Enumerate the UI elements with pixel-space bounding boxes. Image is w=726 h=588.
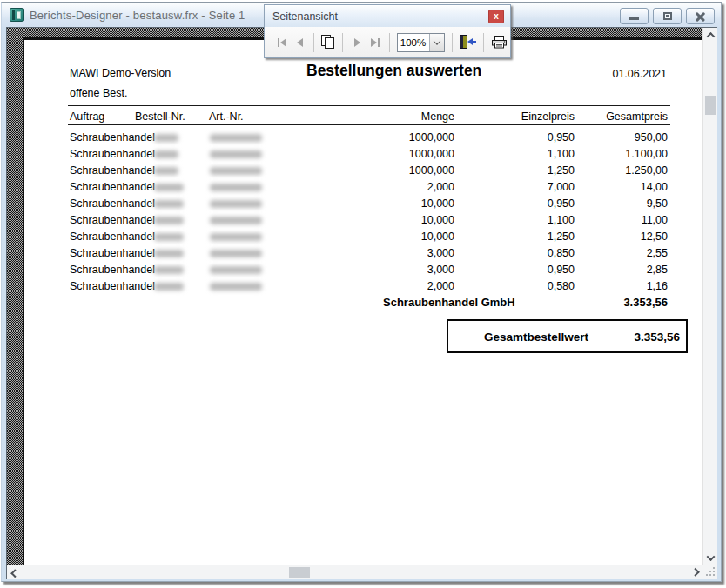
toolbar-separator <box>342 33 343 52</box>
restore-button[interactable] <box>653 8 682 24</box>
minimize-button[interactable] <box>620 8 649 24</box>
cell-einzelpreis: 1,100 <box>548 148 575 160</box>
cell-einzelpreis: 1,250 <box>548 164 575 177</box>
window-controls <box>620 8 715 24</box>
close-button[interactable] <box>686 8 715 24</box>
cell-bestell-nr-redacted <box>154 283 184 291</box>
scroll-up-button[interactable] <box>703 28 718 43</box>
horizontal-scroll-thumb[interactable] <box>289 567 310 578</box>
scroll-left-button[interactable] <box>7 565 22 580</box>
toolbar-separator <box>313 33 314 52</box>
cell-auftrag: Schraubenhandel <box>70 247 155 259</box>
table-row: Schraubenhandel1000,0001,1001.100,00 <box>70 146 669 163</box>
resize-grip[interactable] <box>702 565 717 579</box>
vertical-scrollbar[interactable] <box>702 28 717 565</box>
toolbar-titlebar[interactable]: Seitenansicht x <box>265 5 510 27</box>
grand-total-value: 3.353,56 <box>634 331 680 344</box>
close-preview-button[interactable] <box>457 32 478 53</box>
cell-bestell-nr-redacted <box>154 184 184 191</box>
chevron-left-icon <box>10 569 19 578</box>
cell-art-nr-redacted <box>210 217 262 224</box>
scroll-right-button[interactable] <box>689 565 703 580</box>
cell-bestell-nr-redacted <box>154 167 178 175</box>
main-window: Berichts-Designer - bestausw.frx - Seite… <box>1 2 722 582</box>
cell-einzelpreis: 0,950 <box>548 264 575 276</box>
grand-total-box: Gesamtbestellwert 3.353,56 <box>447 319 688 353</box>
go-to-page-button[interactable] <box>319 32 337 53</box>
group-total-label: Schraubenhandel GmbH <box>383 296 515 309</box>
cell-menge: 2,000 <box>427 181 454 193</box>
cell-gesamtpreis: 14,00 <box>641 181 668 193</box>
col-header-einzelpreis: Einzelpreis <box>521 110 575 123</box>
toolbar-buttons: 100% <box>265 27 510 57</box>
table-row: Schraubenhandel3,0000,9502,85 <box>70 262 669 278</box>
exit-door-icon <box>459 35 476 50</box>
cell-einzelpreis: 0,950 <box>548 131 575 144</box>
group-total-row: Schraubenhandel GmbH 3.353,56 <box>70 295 669 311</box>
cell-gesamtpreis: 11,00 <box>642 214 668 226</box>
window-title: Berichts-Designer - bestausw.frx - Seite… <box>30 9 245 22</box>
cell-gesamtpreis: 2,85 <box>647 264 668 276</box>
scroll-down-button[interactable] <box>703 551 718 565</box>
printer-icon <box>491 35 508 50</box>
cell-gesamtpreis: 9,50 <box>647 197 668 210</box>
toolbar-close-button[interactable]: x <box>488 10 504 23</box>
cell-art-nr-redacted <box>210 150 262 158</box>
pages-icon <box>321 35 336 50</box>
cell-menge: 3,000 <box>427 247 454 259</box>
grand-total-label: Gesamtbestellwert <box>484 331 588 344</box>
chevron-down-icon <box>707 552 716 561</box>
header-rule-bottom <box>68 124 670 125</box>
cell-auftrag: Schraubenhandel <box>70 280 155 292</box>
report-content: Bestellungen auswerten MAWI Demo-Version… <box>70 62 669 375</box>
restore-icon <box>663 12 672 20</box>
cell-auftrag: Schraubenhandel <box>70 131 155 144</box>
cell-art-nr-redacted <box>210 184 262 191</box>
chevron-up-icon <box>707 32 716 41</box>
cell-art-nr-redacted <box>210 266 262 274</box>
cell-menge: 1000,000 <box>409 148 454 160</box>
cell-menge: 10,000 <box>421 214 454 226</box>
cell-auftrag: Schraubenhandel <box>70 148 155 160</box>
report-title: Bestellungen auswerten <box>306 62 481 80</box>
cell-art-nr-redacted <box>210 233 262 241</box>
preview-client-area: Bestellungen auswerten MAWI Demo-Version… <box>6 27 717 579</box>
cell-auftrag: Schraubenhandel <box>70 181 155 193</box>
cell-bestell-nr-redacted <box>154 266 184 274</box>
cell-bestell-nr-redacted <box>154 200 184 208</box>
header-rule-top <box>68 105 670 106</box>
chevron-down-icon <box>433 37 440 44</box>
vertical-scroll-thumb[interactable] <box>705 96 716 115</box>
table-row: Schraubenhandel2,0000,5801,16 <box>70 278 669 295</box>
close-icon <box>695 11 706 21</box>
table-row: Schraubenhandel1000,0000,950950,00 <box>70 130 669 146</box>
cell-einzelpreis: 0,950 <box>548 197 575 210</box>
screen: Berichts-Designer - bestausw.frx - Seite… <box>0 0 726 588</box>
last-page-icon <box>371 38 377 47</box>
cell-menge: 2,000 <box>427 280 454 292</box>
cell-art-nr-redacted <box>210 167 262 175</box>
print-button[interactable] <box>489 32 510 53</box>
table-row: Schraubenhandel2,0007,00014,00 <box>70 179 669 196</box>
table-row: Schraubenhandel3,0000,8502,55 <box>70 245 669 262</box>
next-page-button[interactable] <box>348 32 366 53</box>
toolbar-title: Seitenansicht <box>272 10 338 23</box>
zoom-select[interactable]: 100% <box>397 33 445 52</box>
cell-einzelpreis: 1,100 <box>548 214 575 226</box>
first-page-button[interactable] <box>273 32 291 53</box>
last-page-button[interactable] <box>366 32 383 53</box>
zoom-dropdown-button[interactable] <box>429 34 444 51</box>
col-header-menge: Menge <box>421 110 454 123</box>
toolbar-separator <box>389 33 390 52</box>
cell-bestell-nr-redacted <box>154 233 184 241</box>
table-row: Schraubenhandel10,0000,9509,50 <box>70 196 669 212</box>
previous-page-button[interactable] <box>291 32 308 53</box>
cell-art-nr-redacted <box>210 200 262 208</box>
table-row: Schraubenhandel1000,0001,2501.250,00 <box>70 163 669 179</box>
cell-gesamtpreis: 1.100,00 <box>625 148 668 160</box>
cell-auftrag: Schraubenhandel <box>70 264 155 276</box>
cell-gesamtpreis: 2,55 <box>647 247 668 259</box>
horizontal-scrollbar[interactable] <box>7 565 703 579</box>
report-vendor-label: MAWI Demo-Version <box>70 67 171 79</box>
report-page: Bestellungen auswerten MAWI Demo-Version… <box>23 37 703 565</box>
